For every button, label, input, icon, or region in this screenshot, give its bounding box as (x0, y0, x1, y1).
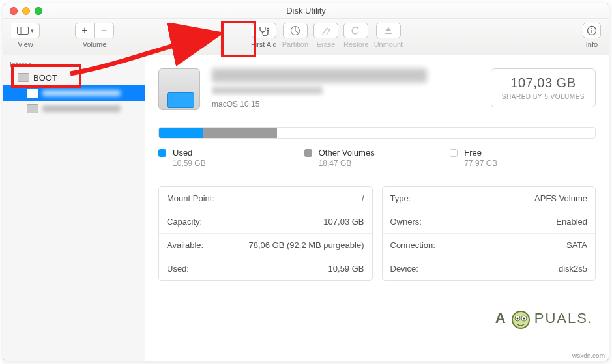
detail-row: Capacity:107,03 GB (159, 210, 372, 234)
sidebar-layout-icon (17, 27, 29, 35)
swatch-other-icon (304, 149, 312, 157)
legend-free: Free 77,97 GB (450, 148, 596, 168)
unmount-label: Unmount (374, 40, 403, 48)
volume-total-size: 107,03 GB (502, 76, 585, 91)
usage-segment-free (277, 128, 595, 138)
usage-legend: Used 10,59 GB Other Volumes 18,47 GB Fre… (158, 148, 596, 168)
erase-label: Erase (317, 40, 336, 48)
sidebar-item-label: BOOT (33, 73, 57, 83)
close-window-button[interactable] (10, 7, 18, 15)
view-button[interactable]: ▾ (11, 23, 40, 38)
sidebar-item-volume-selected[interactable] (3, 85, 145, 101)
volume-total-caption: SHARED BY 5 VOLUMES (502, 93, 585, 100)
sidebar-item-label-blurred (42, 90, 121, 96)
partition-label: Partition (282, 40, 308, 48)
window-body: Internal BOOT macOS 10.15 (3, 55, 609, 361)
view-caption: View (18, 40, 33, 48)
volume-subtitle-blurred (212, 87, 323, 94)
volume-os-line: macOS 10.15 (212, 100, 479, 109)
toolbar: ▾ View + − Volume First Aid (3, 19, 609, 55)
svg-rect-0 (17, 27, 28, 35)
traffic-lights (3, 7, 42, 15)
volume-caption: Volume (83, 40, 107, 48)
legend-other-value: 18,47 GB (319, 159, 375, 168)
pie-icon (290, 25, 300, 36)
detail-row: Device:disk2s5 (383, 257, 596, 280)
chevron-down-icon: ▾ (31, 27, 34, 34)
legend-used: Used 10,59 GB (158, 148, 304, 168)
legend-other-label: Other Volumes (319, 148, 375, 158)
swatch-free-icon (450, 149, 458, 157)
volume-group: + − Volume (75, 23, 114, 48)
sidebar-item-boot[interactable]: BOOT (3, 70, 145, 85)
details-left: Mount Point:/ Capacity:107,03 GB Availab… (158, 186, 373, 281)
window-title: Disk Utility (3, 6, 609, 16)
remove-volume-button[interactable]: − (95, 23, 114, 38)
volume-icon (27, 89, 38, 98)
center-tools: First Aid Partition Erase Restore (251, 23, 403, 48)
details-grid: Mount Point:/ Capacity:107,03 GB Availab… (158, 186, 596, 281)
legend-other: Other Volumes 18,47 GB (304, 148, 450, 168)
partition-button[interactable] (283, 23, 308, 38)
zoom-window-button[interactable] (35, 7, 42, 15)
volume-icon (27, 104, 38, 113)
info-button[interactable] (583, 23, 601, 38)
first-aid-button[interactable] (252, 23, 276, 38)
detail-row: Type:APFS Volume (383, 187, 596, 210)
usage-segment-used (159, 128, 203, 138)
legend-used-value: 10,59 GB (173, 159, 206, 168)
svg-rect-4 (385, 33, 392, 34)
detail-row: Owners:Enabled (383, 210, 596, 234)
eraser-icon (321, 26, 331, 35)
usage-bar (158, 127, 596, 139)
legend-used-label: Used (173, 148, 206, 158)
swatch-used-icon (158, 149, 166, 157)
view-group: ▾ View (11, 23, 40, 48)
restore-button[interactable] (343, 23, 368, 38)
add-volume-button[interactable]: + (75, 23, 95, 38)
sidebar: Internal BOOT (3, 55, 145, 361)
info-caption: Info (586, 40, 598, 48)
unmount-button[interactable] (376, 23, 401, 38)
volume-artwork-icon (158, 68, 200, 110)
svg-point-2 (267, 28, 269, 30)
titlebar: Disk Utility (3, 3, 609, 19)
first-aid-label: First Aid (251, 40, 277, 48)
volume-header: macOS 10.15 107,03 GB SHARED BY 5 VOLUME… (158, 68, 596, 110)
restore-label: Restore (343, 40, 369, 48)
volume-title-blurred (212, 68, 427, 83)
sidebar-item-label-blurred (42, 105, 121, 112)
disk-icon (18, 73, 29, 82)
source-note: wsxdn.com (572, 352, 605, 359)
detail-row: Used:10,59 GB (159, 257, 372, 280)
main-panel: macOS 10.15 107,03 GB SHARED BY 5 VOLUME… (145, 55, 609, 361)
detail-row: Available:78,06 GB (92,2 MB purgeable) (159, 234, 372, 257)
restore-icon (351, 26, 361, 35)
erase-button[interactable] (313, 23, 338, 38)
sidebar-item-volume[interactable] (3, 101, 145, 117)
svg-point-7 (591, 28, 592, 29)
stethoscope-icon (258, 25, 270, 36)
app-window: Disk Utility ▾ View + − Volume (3, 3, 609, 361)
volume-size-box: 107,03 GB SHARED BY 5 VOLUMES (491, 68, 596, 107)
detail-row: Mount Point:/ (159, 187, 372, 210)
info-group: Info (583, 23, 601, 48)
info-icon (587, 25, 597, 36)
volume-header-text: macOS 10.15 (212, 68, 479, 109)
sidebar-heading-internal: Internal (3, 58, 145, 70)
legend-free-label: Free (464, 148, 497, 158)
eject-icon (384, 26, 393, 35)
usage-segment-other (203, 128, 277, 138)
detail-row: Connection:SATA (383, 234, 596, 257)
legend-free-value: 77,97 GB (464, 159, 497, 168)
details-right: Type:APFS Volume Owners:Enabled Connecti… (382, 186, 596, 281)
minimize-window-button[interactable] (22, 7, 30, 15)
